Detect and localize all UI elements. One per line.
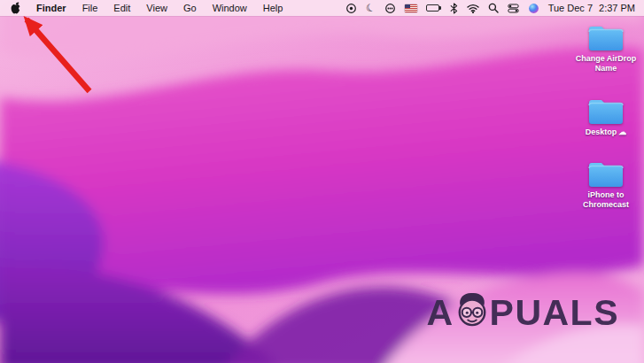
desktop-icon-column: Change AirDrop Name Desktop☁ iPhone to C… [571,23,640,210]
apple-menu[interactable] [9,0,28,16]
appuals-mascot-icon [455,291,489,328]
desktop-folder-label: Desktop☁ [586,127,627,137]
wifi-icon [467,4,479,13]
macos-desktop: Finder File Edit View Go Window Help ☾ [0,0,644,363]
watermark-text-prefix: A [426,295,454,331]
menu-bar-clock[interactable]: Tue Dec 7 2:37 PM [548,3,635,13]
battery-icon [426,4,439,12]
status-battery[interactable] [426,0,441,16]
siri-icon [528,3,539,14]
icloud-cloud-icon: ☁ [618,127,626,136]
menu-bar: Finder File Edit View Go Window Help ☾ [0,0,644,16]
status-bluetooth[interactable] [450,0,458,16]
status-control-center[interactable] [508,0,519,16]
menu-bar-status-area: ☾ [345,0,635,16]
circle-status-icon [384,3,396,14]
status-input-source[interactable] [405,0,417,16]
control-center-icon [508,3,519,14]
menu-help[interactable]: Help [255,0,291,16]
battery-tip [439,6,441,10]
status-siri[interactable] [528,0,539,16]
watermark-text-suffix: PUALS [490,295,619,331]
status-focus[interactable]: ☾ [366,0,376,16]
menu-file[interactable]: File [74,0,106,16]
folder-icon [587,97,625,126]
desktop-folder-iphone-to-chromecast[interactable]: iPhone to Chromecast [573,159,639,210]
desktop-folder-change-airdrop-name[interactable]: Change AirDrop Name [573,23,639,73]
desktop-folder-desktop[interactable]: Desktop☁ [586,97,627,137]
spotlight-search-icon [488,3,499,13]
focus-moon-icon: ☾ [363,0,377,17]
screen-recording-indicator-icon [345,3,357,14]
clock-date: Tue Dec 7 [548,3,593,13]
menu-window[interactable]: Window [205,0,255,16]
menu-finder[interactable]: Finder [28,0,74,16]
clock-time: 2:37 PM [599,3,635,13]
us-flag-input-icon [405,4,417,12]
desktop-folder-label: iPhone to Chromecast [573,190,639,210]
menu-edit[interactable]: Edit [105,0,138,16]
bluetooth-icon [450,3,458,14]
status-screen-recording[interactable] [345,0,357,16]
status-spotlight[interactable] [488,0,499,16]
folder-icon [587,159,625,189]
menu-go[interactable]: Go [175,0,205,16]
status-wifi[interactable] [467,0,479,16]
menu-view[interactable]: View [138,0,175,16]
desktop-folder-label: Change AirDrop Name [573,54,639,73]
menu-bar-left: Finder File Edit View Go Window Help [9,0,291,16]
appuals-watermark: A PUALS [426,294,619,331]
folder-icon [587,23,625,52]
status-circle[interactable] [384,0,396,16]
apple-icon [11,2,21,14]
